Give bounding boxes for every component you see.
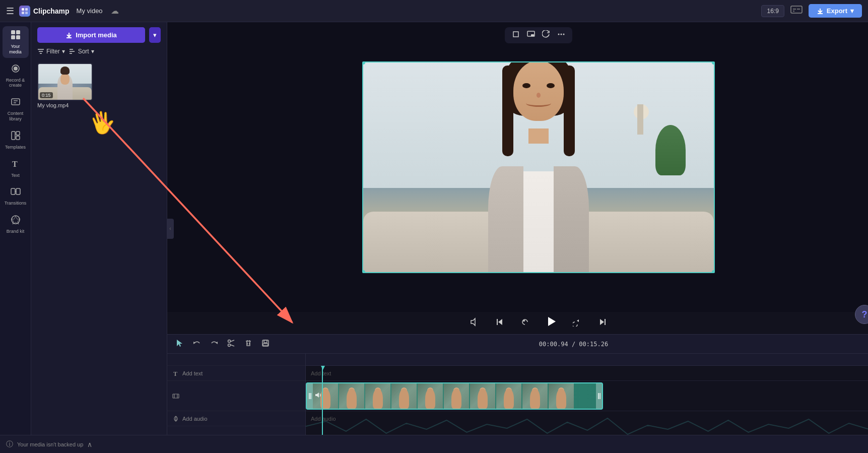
select-tool-button[interactable] xyxy=(173,338,186,351)
clip-handle-left[interactable] xyxy=(307,383,313,409)
import-media-button[interactable]: Import media xyxy=(37,27,145,43)
timeline-time: 00:00.94 / 00:15.26 xyxy=(539,341,608,348)
clip-volume-icon xyxy=(315,392,322,401)
audio-track-label: Add audio xyxy=(167,411,305,426)
redo-button[interactable] xyxy=(208,338,221,351)
handle-bottom-right[interactable] xyxy=(712,270,715,273)
filter-label: Filter xyxy=(46,48,60,55)
filmstrip-frame-1 xyxy=(339,383,364,409)
export-button[interactable]: Export ▾ xyxy=(809,4,862,18)
filmstrip-frame-8 xyxy=(522,383,548,409)
cut-button[interactable] xyxy=(225,338,238,351)
add-audio-label: Add audio xyxy=(182,416,208,422)
svg-point-39 xyxy=(563,34,564,35)
svg-marker-42 xyxy=(498,319,502,325)
timeline-toolbar: 00:00.94 / 00:15.26 xyxy=(167,335,868,354)
sidebar-item-label-templates: Templates xyxy=(5,145,26,150)
sidebar-item-record[interactable]: Record & create xyxy=(3,60,29,92)
sidebar-item-label-text: Text xyxy=(11,173,20,178)
svg-rect-61 xyxy=(263,344,268,346)
captions-icon[interactable] xyxy=(789,3,804,20)
media-panel-top: Import media ▾ xyxy=(31,22,167,48)
svg-marker-76 xyxy=(315,393,319,398)
video-preview-area xyxy=(167,22,868,312)
text-track-label: T Add text xyxy=(167,366,305,381)
info-icon: ⓘ xyxy=(6,440,13,449)
svg-rect-22 xyxy=(11,188,15,195)
brand-logo: Clipchamp xyxy=(19,6,70,17)
undo-button[interactable] xyxy=(190,338,204,351)
filmstrip-frame-2 xyxy=(365,383,390,409)
sidebar-item-brand-kit[interactable]: Brand kit xyxy=(3,211,29,237)
more-tool-button[interactable] xyxy=(555,29,567,41)
filmstrip-frame-9 xyxy=(549,383,574,409)
clip-handle-right[interactable] xyxy=(596,383,602,409)
skip-back-button[interactable] xyxy=(491,315,508,331)
sidebar-item-content-library[interactable]: Content library xyxy=(3,93,29,125)
fast-forward-button[interactable] xyxy=(569,315,586,331)
media-thumbnail-0: 0:15 xyxy=(37,63,93,101)
svg-rect-18 xyxy=(12,132,15,140)
grid-icon xyxy=(10,29,21,42)
filter-chevron: ▾ xyxy=(62,48,65,55)
rotate-tool-button[interactable] xyxy=(540,29,552,41)
filter-button[interactable]: Filter ▾ xyxy=(37,48,65,55)
sidebar-item-transitions[interactable]: Transitions xyxy=(3,183,29,209)
media-filters: Filter ▾ Sort ▾ xyxy=(31,48,167,59)
brand-name: Clipchamp xyxy=(33,7,70,15)
menu-icon[interactable]: ☰ xyxy=(6,6,14,17)
svg-rect-60 xyxy=(264,340,267,343)
svg-rect-0 xyxy=(22,8,24,11)
handle-bottom-left[interactable] xyxy=(362,270,365,273)
collapse-panel-button[interactable]: ‹ xyxy=(167,219,174,239)
delete-button[interactable] xyxy=(242,338,255,351)
handle-top-left[interactable] xyxy=(362,61,365,64)
text-track[interactable]: Add text xyxy=(306,366,868,381)
video-frame[interactable] xyxy=(362,61,715,273)
svg-text:T: T xyxy=(12,160,18,168)
backup-chevron[interactable]: ∧ xyxy=(87,440,92,448)
sidebar-item-text[interactable]: T Text xyxy=(3,155,29,181)
left-sidebar: Your media Record & create Content libra… xyxy=(0,22,31,435)
play-button[interactable] xyxy=(542,314,561,332)
sidebar-item-label-transitions: Transitions xyxy=(5,201,27,206)
video-lamp-stand xyxy=(637,104,643,135)
backup-warning-text: Your media isn't backed up xyxy=(17,441,83,447)
svg-point-37 xyxy=(558,34,559,35)
video-track[interactable] xyxy=(306,381,868,411)
save-button[interactable] xyxy=(259,338,272,351)
mute-button[interactable] xyxy=(466,315,483,331)
library-icon xyxy=(10,96,21,109)
total-time: 00:15.26 xyxy=(579,341,608,348)
skip-forward-button[interactable] xyxy=(594,315,611,331)
video-clip[interactable] xyxy=(306,382,603,410)
svg-point-14 xyxy=(14,67,18,71)
svg-rect-15 xyxy=(12,99,20,105)
cloud-icon: ☁ xyxy=(111,6,119,16)
svg-marker-44 xyxy=(548,317,556,326)
bottom-bar: ⓘ Your media isn't backed up ∧ xyxy=(0,435,868,453)
pip-tool-button[interactable] xyxy=(525,29,537,41)
record-icon xyxy=(10,63,21,76)
video-title[interactable]: My video xyxy=(77,7,103,15)
filmstrip-frame-5 xyxy=(444,383,469,409)
handle-top-right[interactable] xyxy=(712,61,715,64)
sidebar-item-your-media[interactable]: Your media xyxy=(3,26,29,58)
video-track-label xyxy=(167,381,305,411)
sidebar-item-label-your-media: Your media xyxy=(5,44,27,55)
export-chevron: ▾ xyxy=(850,7,854,15)
svg-marker-48 xyxy=(177,340,182,347)
sidebar-item-templates[interactable]: Templates xyxy=(3,127,29,153)
aspect-ratio-badge[interactable]: 16:9 xyxy=(761,5,784,17)
rewind-button[interactable] xyxy=(516,315,533,331)
svg-rect-36 xyxy=(531,34,534,36)
sort-button[interactable]: Sort ▾ xyxy=(69,48,94,55)
audio-track[interactable]: Add audio xyxy=(306,411,868,426)
filmstrip-frame-4 xyxy=(418,383,443,409)
svg-rect-9 xyxy=(11,30,15,34)
crop-tool-button[interactable] xyxy=(510,29,522,41)
media-item-0[interactable]: 0:15 My vlog.mp4 xyxy=(37,63,93,108)
svg-rect-10 xyxy=(16,30,20,34)
import-media-dropdown-button[interactable]: ▾ xyxy=(149,27,161,43)
duration-badge-0: 0:15 xyxy=(40,92,53,98)
